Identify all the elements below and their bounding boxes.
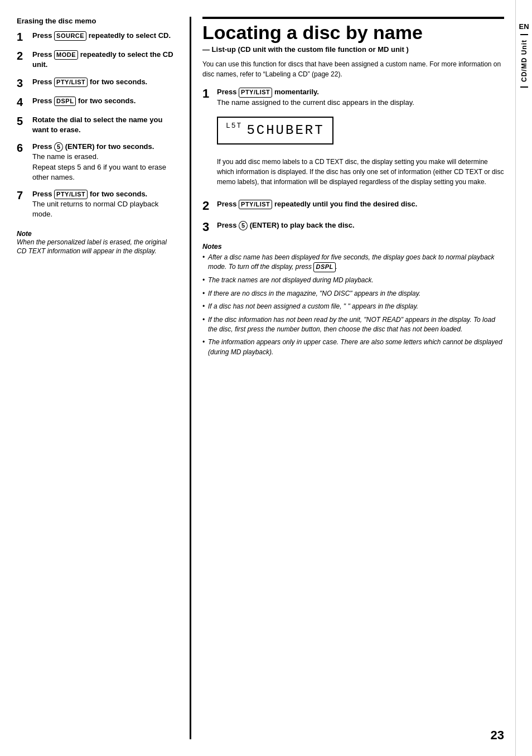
sidebar-unit-label: CD/MD Unit bbox=[520, 34, 528, 88]
page-heading: Locating a disc by name bbox=[202, 17, 504, 43]
note-item-3: If there are no discs in the magazine, "… bbox=[202, 289, 504, 298]
left-step-7-content: Press PTY/LIST for two seconds. The unit… bbox=[32, 189, 176, 220]
display-box-container: L5T5CHUBERT bbox=[217, 112, 504, 151]
left-note: Note When the personalized label is eras… bbox=[17, 230, 176, 257]
right-step-3-content: Press 5 (ENTER) to play back the disc. bbox=[217, 220, 504, 230]
left-step-4-content: Press DSPL for two seconds. bbox=[32, 96, 176, 106]
intro-text: You can use this function for discs that… bbox=[202, 59, 504, 79]
note-item-5: If the disc information has not been rea… bbox=[202, 315, 504, 335]
pty-list-button-r1: PTY/LIST bbox=[239, 88, 272, 97]
right-step-2: 2 Press PTY/LIST repeatedly until you fi… bbox=[202, 199, 504, 213]
note-item-4: If a disc has not been assigned a custom… bbox=[202, 302, 504, 311]
display-text: 5CHUBERT bbox=[246, 123, 324, 138]
right-notes: Notes After a disc name has been display… bbox=[202, 243, 504, 357]
sidebar: EN CD/MD Unit bbox=[515, 0, 532, 756]
left-step-6: 6 Press 5 (ENTER) for two seconds. The n… bbox=[17, 142, 176, 182]
left-step-4: 4 Press DSPL for two seconds. bbox=[17, 96, 176, 108]
left-step-2-content: Press MODE repeatedly to select the CD u… bbox=[32, 50, 176, 70]
right-step-1-info: If you add disc memo labels to a CD TEXT… bbox=[217, 157, 504, 187]
right-step-2-content: Press PTY/LIST repeatedly until you find… bbox=[217, 199, 504, 209]
right-column: Locating a disc by name — List-up (CD un… bbox=[202, 17, 504, 739]
left-column: Erasing the disc memo 1 Press SOURCE rep… bbox=[17, 17, 190, 739]
display-box: L5T5CHUBERT bbox=[217, 117, 333, 145]
left-note-title: Note bbox=[17, 230, 176, 238]
page: Erasing the disc memo 1 Press SOURCE rep… bbox=[0, 0, 532, 756]
pty-list-button-l3: PTY/LIST bbox=[54, 78, 88, 87]
pty-list-button-l7: PTY/LIST bbox=[54, 190, 88, 199]
left-note-text: When the personalized label is erased, t… bbox=[17, 238, 176, 257]
left-step-5: 5 Rotate the dial to select the name you… bbox=[17, 115, 176, 135]
note-item-2: The track names are not displayed during… bbox=[202, 276, 504, 285]
sidebar-en-label: EN bbox=[519, 22, 529, 31]
enter-button-l6: 5 bbox=[54, 142, 63, 152]
main-content: Erasing the disc memo 1 Press SOURCE rep… bbox=[0, 0, 515, 756]
source-button: SOURCE bbox=[54, 31, 86, 41]
page-number: 23 bbox=[491, 728, 504, 743]
left-step-5-number: 5 bbox=[17, 115, 32, 127]
pty-list-button-r2: PTY/LIST bbox=[239, 200, 272, 209]
enter-button-r3: 5 bbox=[239, 221, 248, 230]
left-step-2: 2 Press MODE repeatedly to select the CD… bbox=[17, 50, 176, 70]
left-step-1: 1 Press SOURCE repeatedly to select CD. bbox=[17, 31, 176, 43]
left-step-6-content: Press 5 (ENTER) for two seconds. The nam… bbox=[32, 142, 176, 182]
left-step-2-number: 2 bbox=[17, 50, 32, 62]
right-step-1-number: 1 bbox=[202, 87, 217, 100]
left-section-title: Erasing the disc memo bbox=[17, 17, 176, 25]
sub-heading: — List-up (CD unit with the custom file … bbox=[202, 45, 504, 55]
note-item-6: The information appears only in upper ca… bbox=[202, 338, 504, 357]
right-step-3: 3 Press 5 (ENTER) to play back the disc. bbox=[202, 220, 504, 234]
left-step-4-number: 4 bbox=[17, 96, 32, 108]
notes-list: After a disc name has been displayed for… bbox=[202, 253, 504, 357]
dspl-button-note: DSPL bbox=[313, 262, 335, 272]
display-lst: L5T bbox=[226, 122, 242, 130]
note-item-1: After a disc name has been displayed for… bbox=[202, 253, 504, 272]
vertical-divider bbox=[190, 17, 191, 739]
left-step-3-number: 3 bbox=[17, 77, 32, 89]
left-step-3-content: Press PTY/LIST for two seconds. bbox=[32, 77, 176, 87]
right-step-1: 1 Press PTY/LIST momentarily. The name a… bbox=[202, 87, 504, 192]
mode-button: MODE bbox=[54, 50, 78, 60]
left-step-3: 3 Press PTY/LIST for two seconds. bbox=[17, 77, 176, 89]
right-step-3-number: 3 bbox=[202, 220, 217, 234]
right-step-1-content: Press PTY/LIST momentarily. The name ass… bbox=[217, 87, 504, 192]
left-step-6-number: 6 bbox=[17, 142, 32, 154]
notes-title: Notes bbox=[202, 243, 504, 251]
left-step-5-content: Rotate the dial to select the name you w… bbox=[32, 115, 176, 135]
left-step-1-content: Press SOURCE repeatedly to select CD. bbox=[32, 31, 176, 41]
left-step-7: 7 Press PTY/LIST for two seconds. The un… bbox=[17, 189, 176, 220]
right-step-2-number: 2 bbox=[202, 199, 217, 213]
left-step-7-number: 7 bbox=[17, 189, 32, 201]
dspl-button-l4: DSPL bbox=[54, 97, 76, 106]
left-step-1-number: 1 bbox=[17, 31, 32, 43]
